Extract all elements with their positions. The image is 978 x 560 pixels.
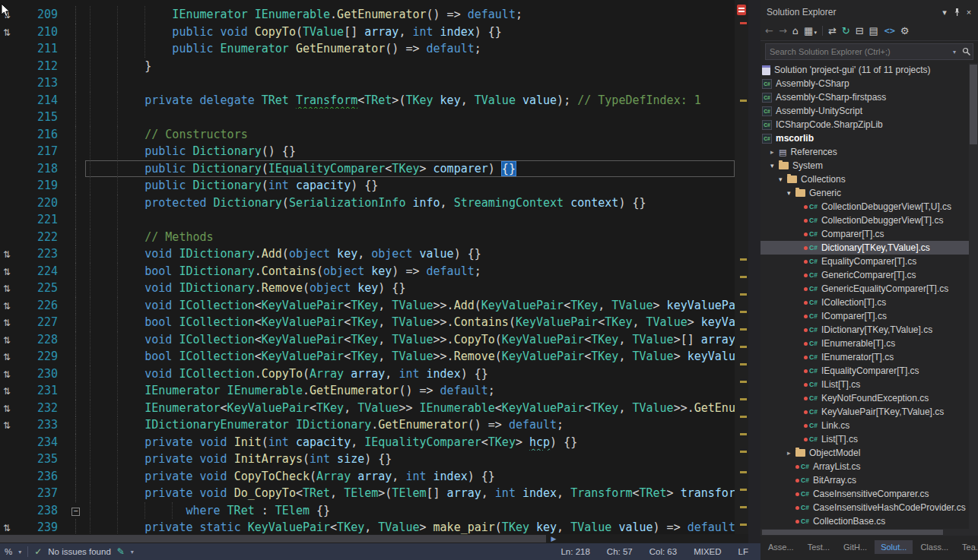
- gutter-margin[interactable]: ⇅: [0, 382, 14, 400]
- gutter-margin[interactable]: [0, 58, 14, 75]
- fold-margin[interactable]: [64, 263, 85, 280]
- fold-margin[interactable]: [64, 297, 85, 315]
- line-number[interactable]: 239: [14, 519, 64, 534]
- gutter-margin[interactable]: ⇅: [0, 280, 14, 297]
- updown-arrows-icon[interactable]: ⇅: [3, 369, 11, 380]
- line-number[interactable]: 211: [14, 40, 64, 58]
- refresh-button[interactable]: ↻: [842, 25, 850, 36]
- fold-margin[interactable]: [64, 348, 85, 365]
- fold-margin[interactable]: [64, 519, 85, 534]
- fold-margin[interactable]: [64, 434, 85, 451]
- code-line[interactable]: ⇅225void IDictionary.Remove(object key) …: [0, 280, 735, 297]
- fold-collapse-icon[interactable]: −: [71, 508, 80, 516]
- fold-margin[interactable]: [64, 451, 85, 468]
- code-line[interactable]: 235private void InitArrays(int size) {}: [0, 451, 735, 468]
- properties-button[interactable]: ⚙: [900, 25, 910, 36]
- view-code-button[interactable]: <>: [884, 27, 895, 35]
- tree-item[interactable]: C#CaseInsensitiveComparer.cs: [760, 487, 978, 501]
- updown-arrows-icon[interactable]: ⇅: [3, 27, 11, 38]
- line-number[interactable]: 223: [14, 245, 64, 263]
- fold-margin[interactable]: [64, 331, 85, 349]
- gutter-margin[interactable]: ⇅: [0, 519, 14, 534]
- tree-item[interactable]: C#KeyNotFoundException.cs: [760, 391, 978, 405]
- tool-window-tab[interactable]: GitH...: [837, 540, 873, 554]
- char-indicator[interactable]: Ch: 57: [607, 547, 633, 556]
- tree-scrollbar-thumb[interactable]: [970, 65, 977, 144]
- gutter-margin[interactable]: ⇅: [0, 331, 14, 349]
- pin-icon[interactable]: [951, 6, 963, 18]
- fold-margin[interactable]: [64, 229, 85, 246]
- code-line[interactable]: ⇅230void ICollection.CopyTo(Array array,…: [0, 365, 735, 383]
- zoom-caret-icon[interactable]: ▾: [18, 549, 21, 555]
- fold-margin[interactable]: [64, 109, 85, 126]
- code-text[interactable]: public Dictionary(int capacity) {}: [85, 177, 735, 195]
- fold-margin[interactable]: [64, 365, 85, 383]
- tree-item[interactable]: C#Assembly-CSharp-firstpass: [760, 90, 978, 104]
- gutter-margin[interactable]: [0, 485, 14, 502]
- tree-item[interactable]: C#IList[T].cs: [760, 378, 978, 391]
- search-box[interactable]: Search Solution Explorer (Ctrl+;) ▾: [765, 43, 973, 60]
- code-line[interactable]: ⇅227bool ICollection<KeyValuePair<TKey, …: [0, 314, 735, 331]
- line-number[interactable]: 230: [14, 365, 64, 383]
- code-line[interactable]: 216// Constructors: [0, 126, 735, 144]
- code-text[interactable]: bool IDictionary.Contains(object key) =>…: [85, 263, 735, 280]
- tree-horizontal-scrollbar[interactable]: [760, 529, 978, 536]
- gutter-margin[interactable]: [0, 109, 14, 126]
- scroll-right-arrow-icon[interactable]: ▶: [549, 534, 558, 543]
- code-text[interactable]: private void Do_CopyTo<TRet, TElem>(TEle…: [85, 485, 735, 502]
- code-text[interactable]: bool ICollection<KeyValuePair<TKey, TVal…: [85, 348, 735, 365]
- code-line[interactable]: 211public Enumerator GetEnumerator() => …: [0, 40, 735, 58]
- updown-arrows-icon[interactable]: ⇅: [3, 335, 11, 346]
- line-number[interactable]: 228: [14, 331, 64, 349]
- tool-window-tab[interactable]: Solut...: [875, 540, 913, 554]
- fold-margin[interactable]: [64, 143, 85, 160]
- pen-caret-icon[interactable]: ▾: [131, 549, 134, 555]
- home-button[interactable]: ⌂: [792, 25, 799, 36]
- updown-arrows-icon[interactable]: ⇅: [3, 249, 11, 260]
- tree-item[interactable]: ▾Collections: [760, 172, 978, 186]
- tree-item[interactable]: C#Link.cs: [760, 419, 978, 432]
- tree-item[interactable]: C#CollectionDebuggerView[T,U].cs: [760, 200, 978, 214]
- eol-indicator[interactable]: LF: [738, 547, 748, 556]
- fold-margin[interactable]: [64, 74, 85, 92]
- tree-item[interactable]: C#BitArray.cs: [760, 473, 978, 487]
- back-button[interactable]: ←: [765, 25, 773, 36]
- line-number[interactable]: 215: [14, 109, 64, 126]
- code-line[interactable]: ⇅224bool IDictionary.Contains(object key…: [0, 263, 735, 280]
- code-line[interactable]: 212}: [0, 58, 735, 75]
- tree-item[interactable]: C#CollectionDebuggerView[T].cs: [760, 214, 978, 227]
- file-errors-indicator-icon[interactable]: [737, 5, 746, 15]
- fold-margin[interactable]: [64, 400, 85, 417]
- edit-mode-pen-icon[interactable]: ✎: [117, 546, 125, 557]
- line-number[interactable]: 217: [14, 143, 64, 160]
- code-line[interactable]: 218public Dictionary(IEqualityComparer<T…: [0, 160, 735, 178]
- tree-item[interactable]: C#ICSharpCode.SharpZipLib: [760, 118, 978, 131]
- code-editor[interactable]: ⇅209IEnumerator IEnumerable.GetEnumerato…: [0, 0, 748, 543]
- code-line[interactable]: 221: [0, 211, 735, 229]
- code-text[interactable]: // Constructors: [85, 126, 735, 144]
- updown-arrows-icon[interactable]: ⇅: [3, 267, 11, 277]
- fold-margin[interactable]: [64, 177, 85, 195]
- code-text[interactable]: }: [85, 58, 735, 75]
- code-line[interactable]: 236private void CopyToCheck(Array array,…: [0, 468, 735, 486]
- solution-tree[interactable]: Solution 'project-gui' (11 of 11 project…: [760, 63, 978, 529]
- line-number[interactable]: 224: [14, 263, 64, 280]
- tree-item[interactable]: C#IEqualityComparer[T].cs: [760, 364, 978, 378]
- gutter-margin[interactable]: [0, 160, 14, 178]
- sync-with-active-document-button[interactable]: ⇄: [828, 25, 837, 36]
- fold-margin[interactable]: [64, 468, 85, 486]
- tree-item[interactable]: ▾Generic: [760, 186, 978, 200]
- fold-margin[interactable]: [64, 382, 85, 400]
- code-line[interactable]: 214private delegate TRet Transform<TRet>…: [0, 92, 735, 109]
- code-line[interactable]: ⇅228void ICollection<KeyValuePair<TKey, …: [0, 331, 735, 349]
- code-line[interactable]: ⇅232IEnumerator<KeyValuePair<TKey, TValu…: [0, 400, 735, 417]
- tree-hscrollbar-thumb[interactable]: [762, 530, 943, 535]
- line-number[interactable]: 220: [14, 195, 64, 212]
- line-number[interactable]: 229: [14, 348, 64, 365]
- code-line[interactable]: 222// Methods: [0, 229, 735, 246]
- tree-item[interactable]: C#CollectionBase.cs: [760, 514, 978, 528]
- line-number[interactable]: 213: [14, 74, 64, 92]
- tree-item[interactable]: C#GenericComparer[T].cs: [760, 268, 978, 282]
- tree-item[interactable]: ▾System: [760, 159, 978, 172]
- line-number[interactable]: 210: [14, 24, 64, 41]
